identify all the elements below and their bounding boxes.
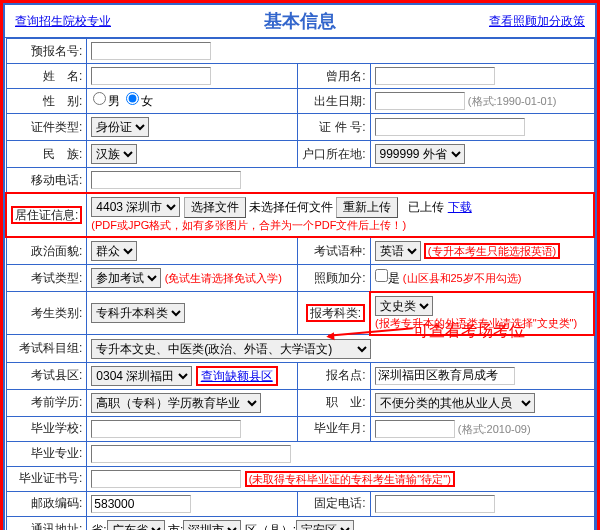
query-vacancy-link[interactable]: 查询缺额县区	[196, 366, 278, 386]
gradyear-input[interactable]	[375, 420, 455, 438]
former-name-label: 曾用名:	[298, 64, 370, 89]
gradyear-hint: (格式:2010-09)	[458, 423, 531, 435]
residence-city-select[interactable]: 4403 深圳市	[91, 197, 180, 217]
mobile-label: 移动电话:	[6, 168, 87, 194]
name-input[interactable]	[91, 67, 211, 85]
download-link[interactable]: 下载	[448, 200, 472, 214]
examlang-select[interactable]: 英语	[375, 241, 421, 261]
phone-label: 固定电话:	[298, 491, 370, 516]
job-select[interactable]: 不便分类的其他从业人员	[375, 393, 535, 413]
subjectgroup-select[interactable]: 专升本文史、中医类(政治、外语、大学语文)	[91, 339, 371, 359]
gender-label: 性 别:	[6, 89, 87, 114]
bonus-cb-text: 是	[388, 271, 400, 285]
city-select[interactable]: 深圳市	[183, 520, 241, 531]
addr-label: 通讯地址:	[6, 516, 87, 530]
stutype-select[interactable]: 专科升本科类	[91, 303, 185, 323]
politics-label: 政治面貌:	[6, 237, 87, 265]
gender-female-text: 女	[141, 94, 153, 108]
examtype-label: 考试类型:	[6, 265, 87, 292]
residence-hint: (PDF或JPG格式，如有多张图片，合并为一个PDF文件后上传！)	[91, 219, 406, 231]
bonus-label: 照顾加分:	[298, 265, 370, 292]
idtype-label: 证件类型:	[6, 114, 87, 141]
cert-input[interactable]	[91, 470, 241, 488]
preedu-select[interactable]: 高职（专科）学历教育毕业	[91, 393, 261, 413]
stutype-label: 考生类别:	[6, 292, 87, 335]
hukou-label: 户口所在地:	[298, 141, 370, 168]
examlang-label: 考试语种:	[298, 237, 370, 265]
examtype-select[interactable]: 参加考试	[91, 268, 161, 288]
site-input[interactable]	[375, 367, 515, 385]
link-school-major[interactable]: 查询招生院校专业	[5, 9, 121, 34]
gender-male-radio[interactable]	[93, 92, 106, 105]
idtype-select[interactable]: 身份证	[91, 117, 149, 137]
preedu-label: 考前学历:	[6, 389, 87, 416]
gradschool-label: 毕业学校:	[6, 416, 87, 441]
city-text: 市:	[168, 523, 183, 531]
zip-label: 邮政编码:	[6, 491, 87, 516]
idno-input[interactable]	[375, 118, 525, 136]
bonus-hint: (山区县和25岁不用勾选)	[403, 272, 522, 284]
subjectgroup-label: 考试科目组:	[6, 335, 87, 363]
phone-input[interactable]	[375, 495, 495, 513]
link-bonus-policy[interactable]: 查看照顾加分政策	[479, 9, 595, 34]
gradschool-input[interactable]	[91, 420, 241, 438]
reupload-button[interactable]: 重新上传	[336, 197, 398, 218]
site-label: 报名点:	[298, 362, 370, 389]
bonus-checkbox[interactable]	[375, 269, 388, 282]
cert-hint: (未取得专科毕业证的专科考生请输"待定")	[245, 471, 455, 487]
mobile-input[interactable]	[91, 171, 241, 189]
choose-file-button[interactable]: 选择文件	[184, 197, 246, 218]
major-input[interactable]	[91, 445, 291, 463]
uploaded-text: 已上传	[408, 200, 444, 214]
birth-label: 出生日期:	[298, 89, 370, 114]
subject-hint: (报考专升本的外语类专业请选择"文史类")	[375, 317, 577, 329]
district-select[interactable]: 0304 深圳福田	[91, 366, 192, 386]
prov-select[interactable]: 广东省	[107, 520, 165, 531]
zip-input[interactable]	[91, 495, 191, 513]
nation-select[interactable]: 汉族	[91, 144, 137, 164]
county-text: 区（县）:	[245, 523, 296, 531]
birth-hint: (格式:1990-01-01)	[468, 95, 557, 107]
page-title: 基本信息	[121, 5, 479, 37]
examlang-hint: (专升本考生只能选报英语)	[424, 243, 560, 259]
birth-input[interactable]	[375, 92, 465, 110]
gender-male-text: 男	[108, 94, 120, 108]
subject-select[interactable]: 文史类	[375, 296, 433, 316]
no-file-text: 未选择任何文件	[249, 200, 333, 214]
major-label: 毕业专业:	[6, 441, 87, 466]
subject-label: 报考科类:	[298, 292, 370, 335]
job-label: 职 业:	[298, 389, 370, 416]
gradyear-label: 毕业年月:	[298, 416, 370, 441]
residence-label: 居住证信息:	[6, 193, 87, 237]
prereg-label: 预报名号:	[6, 39, 87, 64]
district-label: 考试县区:	[6, 362, 87, 389]
prov-text: 省:	[91, 523, 106, 531]
idno-label: 证 件 号:	[298, 114, 370, 141]
name-label: 姓 名:	[6, 64, 87, 89]
examtype-hint: (免试生请选择免试入学)	[165, 272, 282, 284]
county-select[interactable]: 宝安区	[296, 520, 354, 531]
politics-select[interactable]: 群众	[91, 241, 137, 261]
former-name-input[interactable]	[375, 67, 495, 85]
prereg-input[interactable]	[91, 42, 211, 60]
cert-label: 毕业证书号:	[6, 466, 87, 491]
gender-female-radio[interactable]	[126, 92, 139, 105]
hukou-select[interactable]: 999999 外省	[375, 144, 465, 164]
nation-label: 民 族:	[6, 141, 87, 168]
